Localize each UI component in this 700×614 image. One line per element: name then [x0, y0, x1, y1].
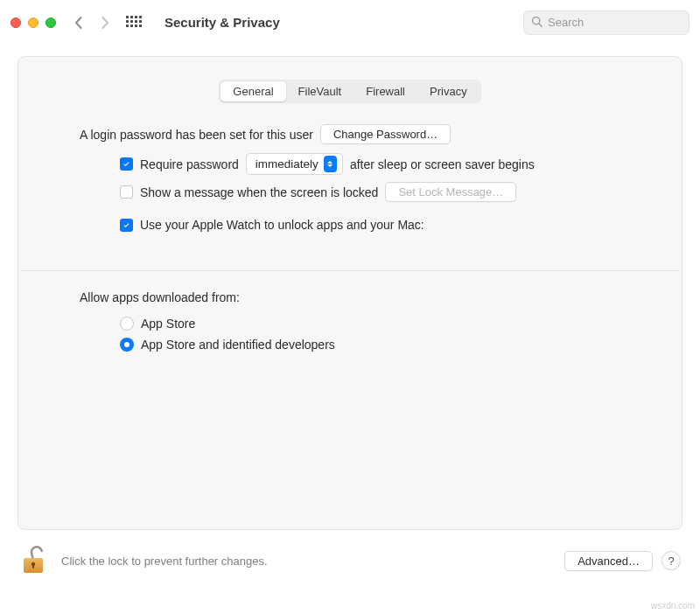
svg-rect-5 [32, 564, 34, 569]
show-all-button[interactable] [126, 16, 140, 30]
footer: Click the lock to prevent further change… [0, 530, 700, 576]
delay-value: immediately [256, 157, 318, 171]
lock-hint-text: Click the lock to prevent further change… [61, 555, 268, 568]
help-button[interactable]: ? [662, 551, 681, 570]
section-divider [22, 270, 678, 271]
close-window-button[interactable] [10, 17, 21, 28]
titlebar: Security & Privacy [0, 0, 700, 45]
change-password-button[interactable]: Change Password… [320, 124, 451, 144]
stepper-icon [324, 156, 337, 172]
tab-filevault[interactable]: FileVault [286, 81, 354, 101]
advanced-button[interactable]: Advanced… [564, 551, 653, 571]
tab-privacy[interactable]: Privacy [417, 81, 480, 101]
nav-controls [74, 16, 140, 30]
window-controls [10, 17, 56, 28]
password-set-text: A login password has been set for this u… [80, 128, 313, 142]
grid-icon [126, 16, 140, 30]
window-title: Security & Privacy [164, 15, 280, 30]
content-panel: General FileVault Firewall Privacy A log… [18, 56, 682, 530]
search-input[interactable] [548, 16, 682, 29]
apple-watch-checkbox[interactable] [120, 219, 133, 232]
lock-button[interactable] [19, 546, 49, 576]
radio-identified-label: App Store and identified developers [141, 338, 335, 352]
minimize-window-button[interactable] [28, 17, 38, 28]
back-button[interactable] [74, 16, 84, 30]
show-message-label: Show a message when the screen is locked [140, 185, 378, 199]
tab-firewall[interactable]: Firewall [354, 81, 417, 101]
set-lock-message-button[interactable]: Set Lock Message… [385, 182, 516, 202]
radio-app-store[interactable] [120, 317, 134, 331]
zoom-window-button[interactable] [46, 17, 56, 28]
apple-watch-label: Use your Apple Watch to unlock apps and … [140, 218, 424, 232]
tab-general[interactable]: General [220, 81, 285, 101]
allow-apps-heading: Allow apps downloaded from: [80, 290, 240, 304]
require-password-label: Require password [140, 157, 239, 171]
radio-app-store-label: App Store [141, 317, 195, 331]
show-message-checkbox[interactable] [120, 185, 133, 199]
unlocked-lock-icon [21, 545, 47, 576]
svg-line-1 [539, 23, 542, 25]
watermark: wsxdn.com [651, 601, 695, 611]
search-field[interactable] [523, 10, 690, 35]
forward-button[interactable] [100, 16, 110, 30]
require-password-delay-select[interactable]: immediately [246, 153, 343, 175]
radio-identified-developers[interactable] [120, 338, 134, 352]
after-sleep-text: after sleep or screen saver begins [350, 157, 535, 171]
tab-group: General FileVault Firewall Privacy [219, 80, 480, 103]
require-password-checkbox[interactable] [120, 157, 133, 171]
search-icon [531, 16, 542, 30]
